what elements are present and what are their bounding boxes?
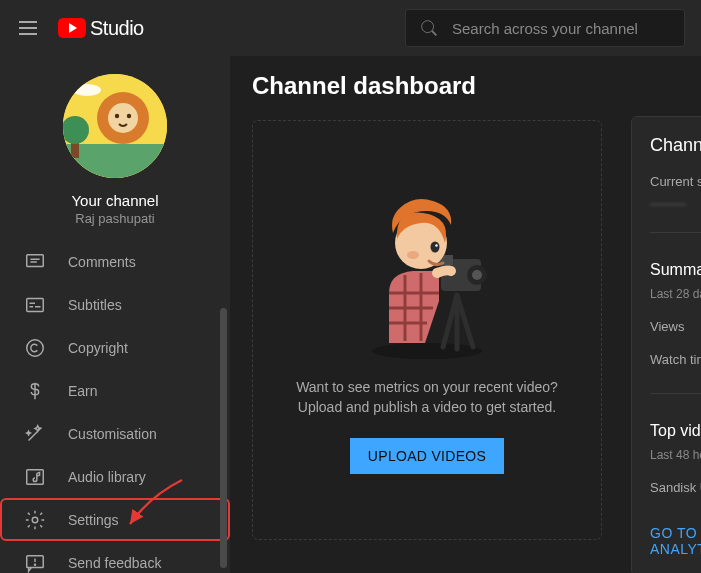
feedback-icon [24, 552, 46, 574]
divider [650, 393, 701, 394]
lion-avatar-icon [63, 74, 167, 178]
search-icon [418, 17, 440, 39]
channel-avatar[interactable] [63, 74, 167, 178]
search-box[interactable] [405, 9, 685, 47]
dollar-icon [24, 380, 46, 402]
summary-title: Summary [650, 261, 701, 279]
svg-point-7 [127, 114, 131, 118]
channel-header: Your channel Raj pashupati [0, 56, 230, 240]
svg-point-6 [115, 114, 119, 118]
gear-icon [24, 509, 46, 531]
sidebar-item-earn[interactable]: Earn [0, 369, 230, 412]
upload-prompt-card: Want to see metrics on your recent video… [252, 120, 602, 540]
divider [650, 232, 701, 233]
search-input[interactable] [452, 20, 672, 37]
sidebar-item-audio-library[interactable]: Audio library [0, 455, 230, 498]
svg-point-19 [372, 343, 482, 359]
sidebar-scrollbar[interactable] [220, 308, 227, 568]
search-wrap [162, 9, 685, 47]
svg-point-0 [422, 21, 434, 33]
svg-point-13 [27, 339, 44, 356]
sidebar-item-settings[interactable]: Settings [0, 498, 230, 541]
sidebar-item-feedback[interactable]: Send feedback [0, 541, 230, 573]
sidebar-item-customisation[interactable]: Customisation [0, 412, 230, 455]
svg-rect-11 [27, 254, 44, 266]
sidebar-item-subtitles[interactable]: Subtitles [0, 283, 230, 326]
music-icon [24, 466, 46, 488]
sidebar-item-label: Comments [68, 254, 136, 270]
row-watch: Watch time (hours) [650, 352, 701, 367]
top-videos-subtitle: Last 48 hours [650, 448, 701, 462]
row-views: Views [650, 319, 701, 334]
top-videos-title: Top videos [650, 422, 701, 440]
upload-illustration [347, 173, 507, 363]
wand-icon [24, 423, 46, 445]
analytics-heading: Channel analytics [650, 135, 701, 156]
svg-point-27 [407, 251, 419, 259]
sidebar-item-label: Settings [68, 512, 119, 528]
svg-point-18 [34, 564, 35, 565]
upload-videos-button[interactable]: UPLOAD VIDEOS [350, 438, 504, 474]
sidebar-item-label: Audio library [68, 469, 146, 485]
sidebar-item-label: Copyright [68, 340, 128, 356]
sidebar: Your channel Raj pashupati Comments Subt… [0, 56, 230, 573]
copyright-icon [24, 337, 46, 359]
person-camera-icon [347, 173, 507, 363]
summary-subtitle: Last 28 days [650, 287, 701, 301]
brand-text: Studio [90, 17, 144, 40]
svg-point-26 [435, 244, 437, 246]
topbar: Studio [0, 0, 701, 56]
upload-text-line2: Upload and publish a video to get starte… [296, 397, 558, 417]
svg-point-5 [108, 103, 138, 133]
svg-point-25 [431, 242, 440, 253]
analytics-subs-label: Current subscribers [650, 174, 701, 189]
sidebar-item-label: Subtitles [68, 297, 122, 313]
sidebar-nav: Comments Subtitles Copyright Earn Custom… [0, 240, 230, 573]
hamburger-icon [16, 16, 40, 40]
upload-help-text: Want to see metrics on your recent video… [296, 377, 558, 418]
youtube-icon [58, 18, 86, 38]
page-title: Channel dashboard [252, 72, 679, 100]
sidebar-item-label: Customisation [68, 426, 157, 442]
channel-title: Your channel [71, 192, 158, 209]
subs-count-redacted [650, 203, 686, 206]
youtube-studio-logo[interactable]: Studio [58, 17, 144, 40]
svg-point-15 [32, 517, 38, 523]
channel-analytics-card: Channel analytics Current subscribers Su… [631, 116, 701, 573]
cards-row: Want to see metrics on your recent video… [252, 120, 679, 540]
subtitles-icon [24, 294, 46, 316]
top-video-item: Sandisk Ultra [650, 480, 701, 495]
svg-rect-12 [27, 298, 44, 311]
svg-point-10 [73, 84, 101, 96]
go-to-analytics-link[interactable]: GO TO CHANNEL ANALYTICS [650, 525, 701, 557]
svg-line-1 [432, 31, 436, 35]
main-content: Channel dashboard [230, 56, 701, 573]
sidebar-item-comments[interactable]: Comments [0, 240, 230, 283]
sidebar-item-label: Earn [68, 383, 98, 399]
svg-point-22 [472, 270, 482, 280]
sidebar-item-copyright[interactable]: Copyright [0, 326, 230, 369]
sidebar-item-label: Send feedback [68, 555, 161, 571]
comments-icon [24, 251, 46, 273]
channel-name: Raj pashupati [75, 211, 155, 226]
upload-text-line1: Want to see metrics on your recent video… [296, 377, 558, 397]
menu-toggle-button[interactable] [16, 16, 40, 40]
